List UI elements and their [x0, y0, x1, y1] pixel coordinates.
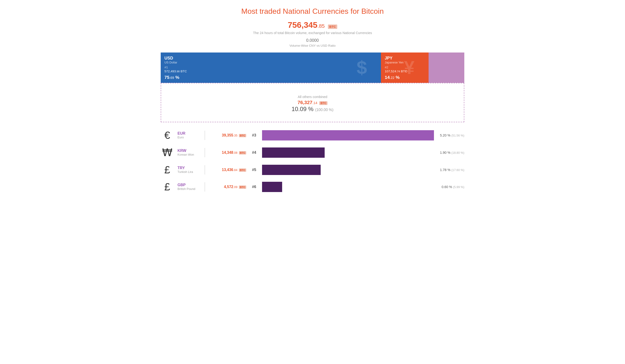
- currency-bar: [262, 165, 321, 175]
- usd-btc: 572,493.98 BTC: [164, 70, 377, 73]
- currency-bar-container: [262, 147, 434, 158]
- usd-btc-int: 572,493: [164, 70, 176, 73]
- main-bar-chart: USD US Dollar #1 572,493.98 BTC 75.69 % …: [161, 53, 464, 83]
- btc-badge: BTC: [328, 25, 337, 29]
- jpy-btc-int: 107,524: [385, 70, 396, 73]
- jpy-currency: JPY: [385, 56, 425, 61]
- jpy-btc-unit: BTC: [401, 70, 407, 73]
- others-percent: 10.09 % (100.00 %): [166, 106, 459, 112]
- currency-row[interactable]: £ TRY Turkish Lira 13,436.84 BTC #5 1.78…: [161, 164, 464, 176]
- usd-name: US Dollar: [164, 61, 377, 64]
- currency-rank: #5: [250, 168, 258, 172]
- bar-percent: 0.60 % (5.99 %): [442, 185, 464, 189]
- currency-volume: 13,436.84 BTC: [209, 168, 246, 172]
- currency-bar: [262, 182, 282, 192]
- currency-divider: [205, 131, 205, 140]
- currency-divider: [205, 148, 205, 157]
- others-pct-total: 100.00: [316, 108, 328, 112]
- currency-bar: [262, 130, 434, 140]
- currency-info: KRW Korean Won: [178, 149, 201, 156]
- others-segment[interactable]: [429, 53, 464, 83]
- currency-divider: [205, 165, 205, 174]
- currency-bar-container: [262, 130, 434, 140]
- currency-volume: 14,348.08 BTC: [209, 150, 246, 155]
- currency-name: British Pound: [178, 187, 201, 191]
- others-volume: 76,327.14 BTC: [166, 100, 459, 105]
- currency-code: KRW: [178, 149, 201, 153]
- currency-symbol: £: [161, 181, 174, 193]
- ratio-value: 0.0000: [161, 38, 464, 43]
- usd-segment[interactable]: USD US Dollar #1 572,493.98 BTC 75.69 % …: [161, 53, 381, 83]
- subtitle: The 24 hours of total Bitcoin volume, ex…: [161, 31, 464, 35]
- currency-divider: [205, 182, 205, 192]
- currency-rank: #6: [250, 185, 258, 189]
- volume-decimal: .85: [317, 23, 325, 29]
- page-wrapper: Most traded National Currencies for Bitc…: [156, 0, 469, 205]
- currency-rank: #3: [250, 133, 258, 138]
- currency-row[interactable]: ₩ KRW Korean Won 14,348.08 BTC #4 1.90 %…: [161, 146, 464, 159]
- currency-volume: 39,355.35 BTC: [209, 133, 246, 138]
- currency-bar-container: [262, 165, 434, 175]
- currency-bar: [262, 147, 325, 158]
- others-section: All others combined 76,327.14 BTC 10.09 …: [166, 95, 459, 112]
- others-btc-badge: BTC: [319, 101, 327, 105]
- total-volume-number: 756,345.85 BTC: [288, 20, 337, 29]
- currency-name: Korean Won: [178, 153, 201, 156]
- volume-integer: 756,345: [288, 20, 317, 29]
- usd-currency: USD: [164, 56, 377, 61]
- currency-symbol: ₩: [161, 146, 174, 159]
- currency-info: EUR Euro: [178, 131, 201, 139]
- usd-pct-dec: .69: [169, 76, 174, 80]
- others-pct-main: 10.09: [291, 106, 307, 112]
- currency-symbol: £: [161, 164, 174, 176]
- currency-code: GBP: [178, 183, 201, 187]
- jpy-btc-dec: .74: [396, 70, 400, 73]
- usd-rank: #1: [164, 66, 377, 69]
- jpy-name: Japanese Yen: [385, 61, 425, 64]
- others-combined-box: All others combined 76,327.14 BTC 10.09 …: [161, 83, 464, 122]
- usd-percent: 75.69 %: [164, 75, 377, 80]
- bar-percent: 1.90 % (18.80 %): [440, 151, 464, 154]
- others-vol-dec: .14: [312, 101, 317, 105]
- currency-row[interactable]: € EUR Euro 39,355.35 BTC #3 5.20 % (51.5…: [161, 129, 464, 141]
- jpy-pct-dec: .22: [390, 76, 395, 80]
- usd-btc-unit: BTC: [181, 70, 187, 73]
- currency-name: Turkish Lira: [178, 170, 201, 174]
- usd-btc-dec: .98: [176, 70, 180, 73]
- currency-name: Euro: [178, 136, 201, 139]
- currency-volume: 4,572.09 BTC: [209, 185, 246, 189]
- currency-bar-container: [262, 182, 436, 192]
- currency-symbol: €: [161, 129, 174, 141]
- page-title: Most traded National Currencies for Bitc…: [161, 7, 464, 16]
- currency-list: € EUR Euro 39,355.35 BTC #3 5.20 % (51.5…: [161, 129, 464, 193]
- jpy-rank: #2: [385, 66, 425, 69]
- jpy-pct-int: 14: [385, 75, 390, 80]
- bar-percent: 5.20 % (51.56 %): [440, 134, 464, 137]
- others-label: All others combined: [166, 95, 459, 99]
- currency-rank: #4: [250, 150, 258, 155]
- currency-code: TRY: [178, 166, 201, 170]
- currency-code: EUR: [178, 131, 201, 136]
- currency-info: GBP British Pound: [178, 183, 201, 191]
- jpy-percent: 14.22 %: [385, 75, 425, 80]
- currency-row[interactable]: £ GBP British Pound 4,572.09 BTC #6 0.60…: [161, 181, 464, 193]
- ratio-label: Volume-Wise CNY vs USD Ratio: [161, 44, 464, 47]
- bar-percent: 1.78 % (17.60 %): [440, 168, 464, 172]
- jpy-btc: 107,524.74 BTC: [385, 70, 425, 73]
- jpy-segment[interactable]: JPY Japanese Yen #2 107,524.74 BTC 14.22…: [381, 53, 428, 83]
- total-volume: 756,345.85 BTC: [161, 20, 464, 30]
- usd-pct-int: 75: [164, 75, 169, 80]
- currency-info: TRY Turkish Lira: [178, 166, 201, 174]
- others-vol-int: 76,327: [298, 100, 312, 105]
